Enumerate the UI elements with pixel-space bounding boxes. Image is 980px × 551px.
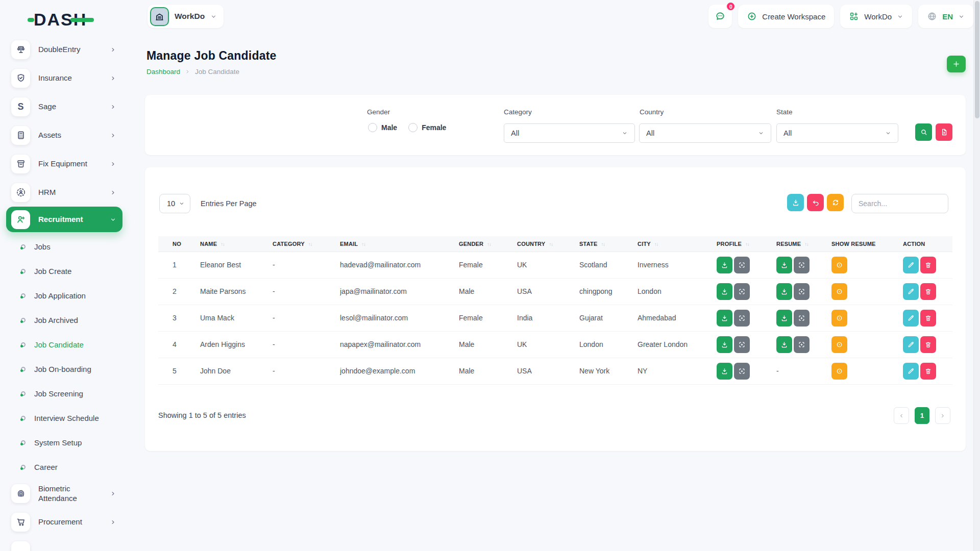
scrollbar-thumb[interactable] [975, 1, 979, 118]
clear-filter-button[interactable] [936, 123, 952, 141]
chevron-right-icon [940, 413, 946, 419]
column-header-name[interactable]: NAME↑↓ [200, 236, 273, 252]
scan-icon [738, 314, 746, 322]
sidebar-subitem-job-application[interactable]: Job Application [0, 283, 132, 308]
profile-download-button[interactable] [717, 336, 732, 353]
delete-button[interactable] [920, 363, 936, 380]
sidebar-item-biometric-attendance[interactable]: Biometric Attendance [6, 479, 122, 508]
pencil-icon [907, 314, 915, 322]
cell-state: New York [579, 358, 638, 384]
download-icon [721, 314, 728, 322]
show-resume-button[interactable] [831, 257, 847, 273]
edit-button[interactable] [903, 283, 919, 300]
gender-radio-male[interactable]: Male [368, 123, 397, 132]
sidebar-subitem-job-archived[interactable]: Job Archived [0, 308, 132, 332]
resume-preview-button[interactable] [794, 283, 810, 300]
sidebar-item-doubleentry[interactable]: DoubleEntry [6, 35, 122, 64]
profile-preview-button[interactable] [734, 257, 750, 273]
sidebar-subitem-job-candidate[interactable]: Job Candidate [0, 332, 132, 357]
sidebar-subitem-interview-schedule[interactable]: Interview Schedule [0, 406, 132, 430]
resume-download-button[interactable] [776, 257, 792, 273]
column-header-category[interactable]: CATEGORY↑↓ [273, 236, 340, 252]
search-input[interactable] [851, 194, 948, 213]
delete-button[interactable] [920, 283, 936, 300]
scrollbar[interactable] [973, 0, 980, 551]
profile-preview-button[interactable] [734, 283, 750, 300]
column-header-no: NO [158, 236, 200, 252]
country-select[interactable]: All [639, 123, 771, 143]
create-workspace-button[interactable]: Create Workspace [738, 5, 834, 28]
profile-preview-button[interactable] [734, 363, 750, 380]
profile-download-button[interactable] [717, 363, 732, 380]
profile-download-button[interactable] [717, 310, 732, 327]
show-resume-button[interactable] [831, 283, 847, 300]
reset-button[interactable] [807, 194, 824, 211]
column-header-city[interactable]: CITY↑↓ [638, 236, 717, 252]
show-resume-button[interactable] [831, 310, 847, 327]
gender-option-female-label: Female [422, 123, 446, 132]
cell-email: lesol@mailinator.com [340, 305, 459, 331]
column-header-profile[interactable]: PROFILE↑↓ [717, 236, 776, 252]
workspace-menu-button[interactable]: WorkDo [840, 5, 912, 28]
sidebar-subitem-job-create[interactable]: Job Create [0, 259, 132, 283]
sidebar-item-assets[interactable]: Assets [6, 121, 122, 149]
profile-download-button[interactable] [717, 283, 732, 300]
radio-circle-icon [368, 123, 377, 132]
sidebar-item-label: HRM [38, 187, 101, 197]
column-header-country[interactable]: COUNTRY↑↓ [517, 236, 579, 252]
gender-radio-female[interactable]: Female [408, 123, 446, 132]
resume-preview-button[interactable] [794, 336, 810, 353]
resume-download-button[interactable] [776, 283, 792, 300]
resume-preview-button[interactable] [794, 257, 810, 273]
sidebar-subitem-jobs[interactable]: Jobs [0, 234, 132, 259]
column-header-gender[interactable]: GENDER↑↓ [459, 236, 517, 252]
state-select[interactable]: All [776, 123, 898, 143]
chevron-right-icon [110, 104, 116, 110]
app-logo[interactable]: DASH [34, 10, 87, 29]
plus-circle-icon [747, 11, 757, 21]
sidebar-item-recruitment[interactable]: Recruitment [6, 207, 122, 232]
sidebar-item-procurement[interactable]: Procurement [6, 508, 122, 536]
delete-button[interactable] [920, 336, 936, 353]
delete-button[interactable] [920, 310, 936, 327]
delete-button[interactable] [920, 257, 936, 273]
edit-button[interactable] [903, 336, 919, 353]
resume-download-button[interactable] [776, 310, 792, 327]
apply-filter-button[interactable] [915, 123, 932, 141]
edit-button[interactable] [903, 310, 919, 327]
sidebar-item-sage[interactable]: SSage [6, 92, 122, 121]
sidebar-subitem-career[interactable]: Career [0, 455, 132, 479]
show-resume-button[interactable] [831, 336, 847, 353]
export-button[interactable] [787, 194, 804, 211]
sidebar-subitem-job-on-boarding[interactable]: Job On-boarding [0, 357, 132, 381]
messenger-button[interactable]: 0 [708, 5, 732, 28]
sidebar-item-partial[interactable] [6, 536, 122, 551]
profile-preview-button[interactable] [734, 310, 750, 327]
entries-per-page-select[interactable]: 10 [159, 194, 190, 213]
sort-icon: ↑↓ [601, 241, 605, 247]
column-header-email[interactable]: EMAIL↑↓ [340, 236, 459, 252]
profile-download-button[interactable] [717, 257, 732, 273]
sidebar-item-fix-equipment[interactable]: Fix Equipment [6, 149, 122, 178]
pagination-page-1[interactable]: 1 [915, 407, 929, 424]
sidebar-subitem-system-setup[interactable]: System Setup [0, 430, 132, 455]
category-select[interactable]: All [504, 123, 635, 143]
sidebar-item-hrm[interactable]: HRM [6, 178, 122, 207]
breadcrumb-dashboard-link[interactable]: Dashboard [146, 68, 180, 76]
resume-preview-button[interactable] [794, 310, 810, 327]
sidebar-item-insurance[interactable]: Insurance [6, 64, 122, 92]
resume-download-button[interactable] [776, 336, 792, 353]
column-header-state[interactable]: STATE↑↓ [579, 236, 638, 252]
add-candidate-button[interactable] [947, 56, 966, 72]
edit-button[interactable] [903, 257, 919, 273]
pagination-prev-button[interactable] [894, 407, 909, 424]
language-selector[interactable]: EN [918, 5, 973, 28]
reload-button[interactable] [827, 194, 844, 211]
edit-button[interactable] [903, 363, 919, 380]
sidebar-subitem-job-screening[interactable]: Job Screening [0, 381, 132, 406]
pagination-next-button[interactable] [935, 407, 950, 424]
workspace-switcher[interactable]: WorkDo [148, 5, 224, 28]
column-header-resume[interactable]: RESUME↑↓ [776, 236, 831, 252]
show-resume-button[interactable] [831, 363, 847, 380]
profile-preview-button[interactable] [734, 336, 750, 353]
